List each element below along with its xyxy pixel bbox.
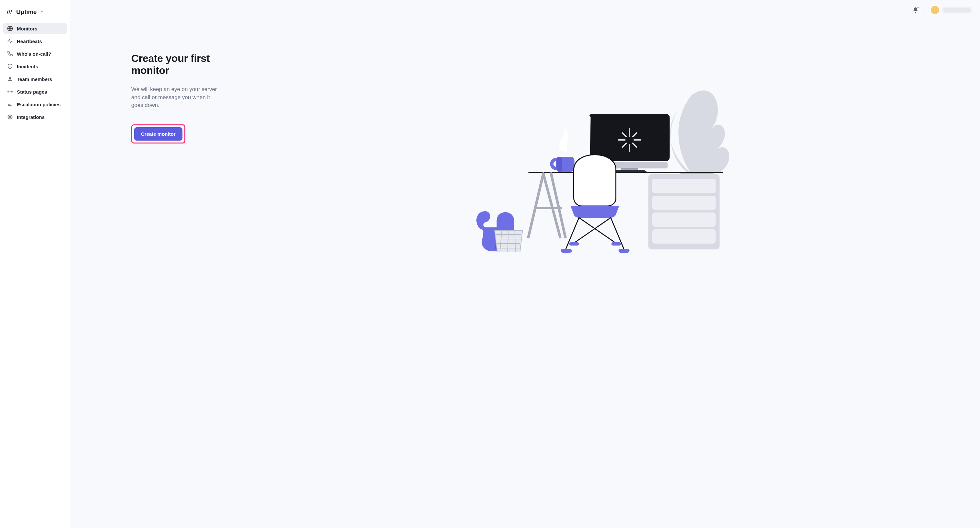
highlight-frame: Create monitor: [131, 124, 185, 144]
svg-point-2: [10, 66, 10, 67]
brand-name: Uptime: [16, 8, 37, 16]
svg-point-9: [10, 115, 10, 115]
notifications-button[interactable]: [912, 7, 919, 13]
sidebar-item-incidents[interactable]: Incidents: [3, 60, 67, 72]
svg-point-16: [11, 118, 12, 119]
brand-switcher[interactable]: Uptime: [3, 3, 67, 23]
sidebar-item-label: Monitors: [17, 26, 37, 32]
content: Create your first monitor We will keep a…: [70, 20, 980, 528]
sidebar-item-status[interactable]: Status pages: [3, 86, 67, 97]
sidebar: Uptime Monitors Heartbeats: [0, 0, 70, 528]
sidebar-item-label: Escalation policies: [17, 102, 60, 107]
sidebar-item-team[interactable]: Team members: [3, 73, 67, 85]
svg-rect-20: [652, 196, 716, 210]
svg-point-10: [10, 119, 10, 119]
activity-icon: [7, 38, 13, 44]
sidebar-item-integrations[interactable]: Integrations: [3, 111, 67, 123]
topbar: [70, 0, 980, 20]
sidebar-item-label: Status pages: [17, 89, 47, 95]
sidebar-item-label: Heartbeats: [17, 38, 42, 44]
svg-rect-44: [619, 249, 630, 253]
svg-point-12: [12, 117, 12, 117]
sidebar-item-label: Incidents: [17, 64, 38, 69]
svg-rect-22: [652, 229, 716, 244]
empty-state-illustration: [226, 69, 967, 257]
svg-rect-46: [611, 242, 621, 246]
svg-rect-34: [557, 157, 562, 172]
main: Create your first monitor We will keep a…: [70, 0, 980, 528]
create-monitor-button[interactable]: Create monitor: [134, 127, 183, 141]
sidebar-item-label: Team members: [17, 76, 52, 82]
svg-point-3: [10, 91, 11, 92]
svg-point-11: [8, 117, 8, 117]
sidebar-item-monitors[interactable]: Monitors: [3, 23, 67, 34]
svg-rect-45: [570, 242, 579, 246]
account-name-redacted: [943, 8, 971, 13]
sidebar-nav: Monitors Heartbeats Who's on-call? Incid…: [3, 23, 67, 123]
svg-rect-19: [652, 179, 716, 193]
sidebar-item-label: Integrations: [17, 114, 45, 120]
notification-dot-icon: [917, 6, 920, 9]
svg-rect-43: [561, 249, 572, 253]
svg-point-13: [8, 115, 9, 116]
sidebar-item-escalation[interactable]: Escalation policies: [3, 98, 67, 110]
separator: [924, 6, 925, 14]
svg-line-42: [573, 218, 611, 244]
brand-logo-icon: [6, 8, 13, 16]
page-description: We will keep an eye on your server and c…: [131, 86, 222, 109]
sidebar-item-oncall[interactable]: Who's on-call?: [3, 48, 67, 60]
user-icon: [7, 76, 13, 82]
chevron-down-icon: [40, 10, 45, 15]
sidebar-item-label: Who's on-call?: [17, 51, 51, 57]
page-title: Create your first monitor: [131, 52, 242, 76]
sidebar-item-heartbeats[interactable]: Heartbeats: [3, 35, 67, 47]
account-menu[interactable]: [931, 6, 971, 14]
avatar: [931, 6, 939, 14]
svg-rect-21: [652, 212, 716, 227]
flow-icon: [7, 101, 13, 107]
globe-icon: [7, 25, 13, 32]
svg-point-8: [10, 116, 11, 118]
shield-icon: [7, 63, 13, 69]
phone-icon: [7, 51, 13, 57]
empty-state: Create your first monitor We will keep a…: [131, 52, 242, 144]
integrations-icon: [7, 114, 13, 120]
broadcast-icon: [7, 89, 13, 95]
svg-line-35: [528, 174, 544, 237]
svg-line-41: [579, 218, 617, 244]
svg-point-15: [8, 118, 9, 119]
svg-point-14: [11, 115, 12, 116]
